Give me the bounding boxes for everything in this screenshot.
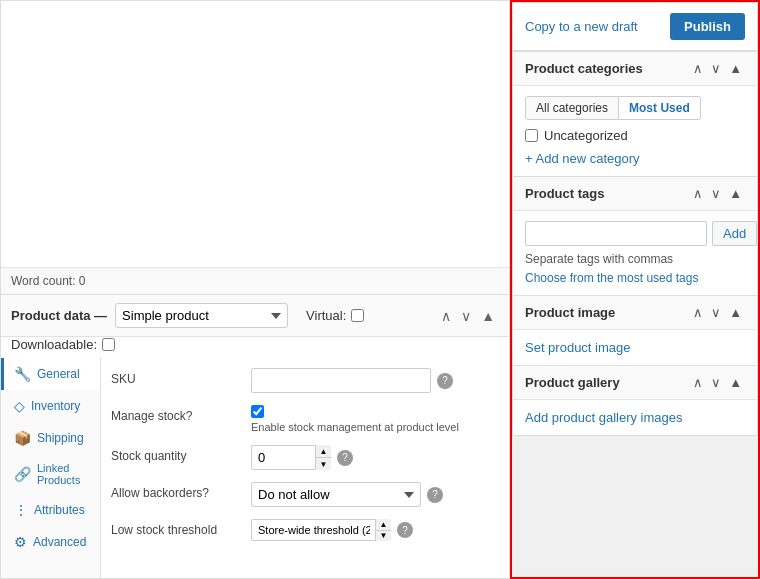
categories-collapse-down[interactable]: ∨ <box>708 60 724 77</box>
tags-header: Product tags ∧ ∨ ▲ <box>513 177 757 211</box>
product-gallery-widget: Product gallery ∧ ∨ ▲ Add product galler… <box>512 366 758 436</box>
low-stock-input[interactable] <box>251 519 391 541</box>
sku-help-icon[interactable]: ? <box>437 373 453 389</box>
category-item-uncategorized: Uncategorized <box>525 128 745 143</box>
linked-icon: 🔗 <box>14 466 31 482</box>
publish-button[interactable]: Publish <box>670 13 745 40</box>
image-collapse-up[interactable]: ∧ <box>690 304 706 321</box>
low-stock-label: Low stock threshold <box>111 519 241 537</box>
sidebar-item-linked-products[interactable]: 🔗 Linked Products <box>1 454 100 494</box>
categories-title: Product categories <box>525 61 690 76</box>
sidebar-item-advanced[interactable]: ⚙ Advanced <box>1 526 100 558</box>
sidebar-item-inventory[interactable]: ◇ Inventory <box>1 390 100 422</box>
backorders-help-icon[interactable]: ? <box>427 487 443 503</box>
virtual-checkbox[interactable] <box>351 309 364 322</box>
sidebar-item-shipping-label: Shipping <box>37 431 84 445</box>
stock-quantity-spinner[interactable]: ▲ ▼ <box>251 445 331 470</box>
tags-title: Product tags <box>525 186 690 201</box>
tab-all-categories[interactable]: All categories <box>525 96 619 120</box>
product-categories-widget: Product categories ∧ ∨ ▲ All categories … <box>512 52 758 177</box>
stock-quantity-label: Stock quantity <box>111 445 241 463</box>
general-icon: 🔧 <box>14 366 31 382</box>
sku-row: SKU ? <box>111 368 499 393</box>
tab-most-used[interactable]: Most Used <box>619 96 701 120</box>
sidebar-item-shipping[interactable]: 📦 Shipping <box>1 422 100 454</box>
backorders-select[interactable]: Do not allow Allow, but notify customer … <box>251 482 421 507</box>
sidebar-item-attributes[interactable]: ⋮ Attributes <box>1 494 100 526</box>
inventory-icon: ◇ <box>14 398 25 414</box>
product-gallery-title: Product gallery <box>525 375 690 390</box>
gallery-collapse-down[interactable]: ∨ <box>708 374 724 391</box>
downloadable-checkbox[interactable] <box>102 338 115 351</box>
backorders-row: Allow backorders? Do not allow Allow, bu… <box>111 482 499 507</box>
gallery-collapse-toggle[interactable]: ▲ <box>726 374 745 391</box>
add-gallery-images-link[interactable]: Add product gallery images <box>525 410 683 425</box>
low-stock-help-icon[interactable]: ? <box>397 522 413 538</box>
set-product-image-link[interactable]: Set product image <box>525 340 631 355</box>
sidebar-item-attributes-label: Attributes <box>34 503 85 517</box>
virtual-label: Virtual: <box>306 308 346 323</box>
copy-draft-link[interactable]: Copy to a new draft <box>525 19 638 34</box>
most-used-tags-link[interactable]: Choose from the most used tags <box>525 271 698 285</box>
product-tags-widget: Product tags ∧ ∨ ▲ Add Separate tags wit… <box>512 177 758 296</box>
product-type-select[interactable]: Simple product Grouped product External/… <box>115 303 288 328</box>
stock-qty-help-icon[interactable]: ? <box>337 450 353 466</box>
tags-collapse-down[interactable]: ∨ <box>708 185 724 202</box>
backorders-label: Allow backorders? <box>111 482 241 500</box>
categories-body: All categories Most Used Uncategorized +… <box>513 86 757 176</box>
word-count: Word count: 0 <box>1 267 509 294</box>
tags-body: Add Separate tags with commas Choose fro… <box>513 211 757 295</box>
categories-collapse-toggle[interactable]: ▲ <box>726 60 745 77</box>
product-data-content: SKU ? Manage stock? Enable stock managem… <box>101 358 509 578</box>
collapse-toggle-btn[interactable]: ▲ <box>477 306 499 326</box>
publish-widget: Copy to a new draft Publish <box>512 2 758 52</box>
low-stock-row: Low stock threshold ▲ ▼ ? <box>111 519 499 541</box>
add-category-link[interactable]: + Add new category <box>525 151 745 166</box>
product-data-title: Product data — <box>11 308 107 323</box>
product-image-header: Product image ∧ ∨ ▲ <box>513 296 757 330</box>
sidebar-item-inventory-label: Inventory <box>31 399 80 413</box>
attributes-icon: ⋮ <box>14 502 28 518</box>
tag-text-input[interactable] <box>525 221 707 246</box>
tags-collapse-up[interactable]: ∧ <box>690 185 706 202</box>
low-stock-down-btn[interactable]: ▼ <box>375 531 391 542</box>
right-panel: Copy to a new draft Publish Product cate… <box>510 0 760 579</box>
manage-stock-row: Manage stock? Enable stock management at… <box>111 405 499 433</box>
spinner-down-btn[interactable]: ▼ <box>315 458 331 470</box>
advanced-icon: ⚙ <box>14 534 27 550</box>
manage-stock-checkbox[interactable] <box>251 405 264 418</box>
product-image-body: Set product image <box>513 330 757 365</box>
category-uncategorized-label: Uncategorized <box>544 128 628 143</box>
shipping-icon: 📦 <box>14 430 31 446</box>
manage-stock-label: Manage stock? <box>111 405 241 423</box>
sku-label: SKU <box>111 368 241 386</box>
sidebar-item-advanced-label: Advanced <box>33 535 86 549</box>
tag-hint: Separate tags with commas <box>525 252 745 266</box>
manage-stock-description: Enable stock management at product level <box>251 421 459 433</box>
collapse-down-btn[interactable]: ∨ <box>457 306 475 326</box>
image-collapse-down[interactable]: ∨ <box>708 304 724 321</box>
product-data-nav: 🔧 General ◇ Inventory 📦 Shipping 🔗 Linke… <box>1 358 101 578</box>
tag-input-row: Add <box>525 221 745 246</box>
product-gallery-header: Product gallery ∧ ∨ ▲ <box>513 366 757 400</box>
stock-quantity-row: Stock quantity ▲ ▼ ? <box>111 445 499 470</box>
tags-collapse-toggle[interactable]: ▲ <box>726 185 745 202</box>
categories-tabs: All categories Most Used <box>525 96 745 120</box>
sidebar-item-general[interactable]: 🔧 General <box>1 358 100 390</box>
categories-collapse-up[interactable]: ∧ <box>690 60 706 77</box>
gallery-collapse-up[interactable]: ∧ <box>690 374 706 391</box>
sidebar-item-general-label: General <box>37 367 80 381</box>
low-stock-up-btn[interactable]: ▲ <box>375 519 391 531</box>
add-tag-button[interactable]: Add <box>712 221 757 246</box>
sidebar-item-linked-label: Linked Products <box>37 462 90 486</box>
product-gallery-body: Add product gallery images <box>513 400 757 435</box>
product-image-widget: Product image ∧ ∨ ▲ Set product image <box>512 296 758 366</box>
low-stock-spinner[interactable]: ▲ ▼ <box>251 519 391 541</box>
collapse-up-btn[interactable]: ∧ <box>437 306 455 326</box>
product-image-title: Product image <box>525 305 690 320</box>
sku-input[interactable] <box>251 368 431 393</box>
spinner-up-btn[interactable]: ▲ <box>315 445 331 458</box>
categories-header: Product categories ∧ ∨ ▲ <box>513 52 757 86</box>
category-uncategorized-checkbox[interactable] <box>525 129 538 142</box>
image-collapse-toggle[interactable]: ▲ <box>726 304 745 321</box>
